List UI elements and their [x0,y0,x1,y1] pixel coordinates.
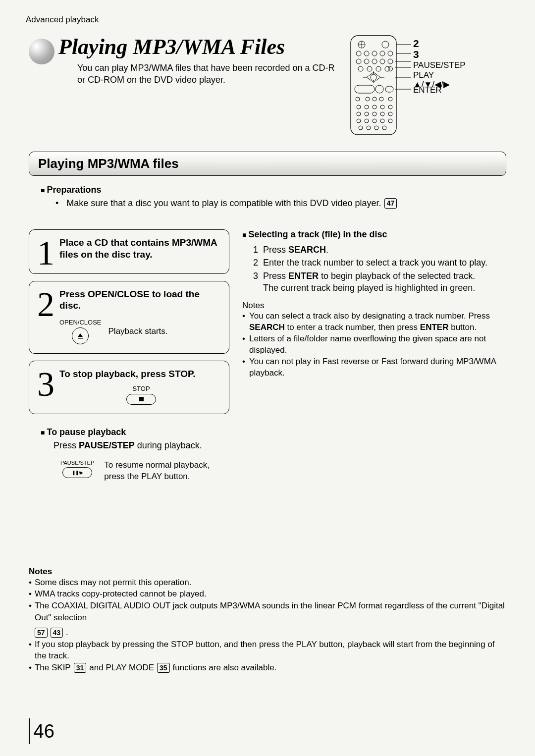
sel-step-1-post: . [326,245,328,255]
svg-point-44 [359,126,363,130]
sel-step-1-num: 1 [251,244,258,256]
step-1-number: 1 [37,242,54,265]
pageref-35: 35 [157,663,170,673]
svg-point-13 [380,59,385,64]
selecting-head: ■Selecting a track (file) in the disc [242,229,506,240]
svg-point-27 [379,97,383,101]
sel-step-3-extra: The current track being played is highli… [263,282,475,294]
svg-rect-23 [385,86,393,92]
svg-point-33 [388,105,392,109]
bottom-note-5-post: functions are also available. [173,662,277,674]
pause-body-post: during playback. [135,440,202,450]
svg-point-7 [380,51,385,56]
svg-point-10 [356,59,361,64]
callout-3: 3 [413,49,419,60]
breadcrumb: Advanced playback [26,15,506,25]
callout-2: 2 [413,38,419,50]
step-2-number: 2 [37,293,54,316]
sel-note-1-pre: You can select a track also by designati… [249,311,490,321]
page-number: 46 [29,718,54,744]
remote-diagram: 2 3 PAUSE/STEP PLAY ▲/▼/◀/▶ ENTER [348,33,506,139]
pageref-31: 31 [74,663,87,673]
sel-step-3-bold: ENTER [288,271,319,281]
svg-point-30 [365,105,369,109]
pause-step-label: PAUSE/STEP [60,460,94,466]
svg-point-37 [380,112,384,116]
svg-point-28 [388,97,392,101]
page-subtitle: You can play MP3/WMA files that have bee… [77,62,339,86]
svg-point-36 [373,112,376,116]
sel-step-3-post: to begin playback of the selected track. [319,271,475,281]
sel-step-2-text: Enter the track number to select a track… [263,257,487,269]
svg-point-32 [380,105,384,109]
step-1-box: 1 Place a CD that contains MP3/WMA files… [29,229,229,274]
svg-point-43 [388,119,392,123]
open-close-label: OPEN/CLOSE [59,319,102,326]
svg-point-16 [367,66,372,71]
bottom-note-3-post: . [66,627,68,639]
svg-point-4 [356,51,361,56]
sel-step-1-pre: Press [263,245,288,255]
sel-note-3: You can not play in Fast reverse or Fast… [249,356,506,379]
bottom-note-2: WMA tracks copy-protected cannot be play… [35,588,207,600]
preparations-head: ■Preparations [41,185,506,195]
svg-point-12 [372,59,377,64]
sel-note-1-b2: ENTER [420,323,449,332]
pause-step-button-icon: ❚❚/▶ [62,467,92,478]
step-3-number: 3 [37,373,54,396]
sel-note-2: Letters of a file/folder name overflowin… [249,333,506,356]
section-title-bar: Playing MP3/WMA files [29,152,506,176]
svg-point-29 [357,105,361,109]
svg-point-26 [373,97,376,101]
svg-point-17 [376,66,381,71]
page-title: Playing MP3/WMA Files [58,36,339,58]
svg-point-8 [388,51,393,56]
svg-point-14 [388,59,393,64]
svg-point-34 [357,112,361,116]
pageref-47: 47 [384,198,397,208]
pageref-57: 57 [35,628,48,638]
pause-resume-text: To resume normal playback, press the PLA… [104,460,229,483]
pause-body-pre: Press [54,440,79,450]
step-1-title: Place a CD that contains MP3/WMA files o… [59,237,220,261]
svg-point-45 [367,126,371,130]
svg-point-42 [380,119,384,123]
bottom-note-5-mid: and PLAY MODE [89,662,154,674]
svg-point-5 [364,51,369,56]
svg-point-47 [382,126,386,130]
sel-note-1-post: button. [448,323,477,332]
svg-point-40 [365,119,369,123]
sel-note-1-b1: SEARCH [249,323,285,332]
svg-point-35 [365,112,369,116]
bottom-note-3-pre: The COAXIAL DIGITAL AUDIO OUT jack outpu… [35,600,506,624]
svg-point-24 [356,97,360,101]
svg-point-2 [382,41,389,48]
sel-note-1-mid: to enter a track number, then press [285,323,420,332]
step-3-title: To stop playback, press STOP. [59,368,220,380]
sel-step-2-num: 2 [251,257,258,269]
callout-enter: ENTER [413,85,442,95]
svg-point-11 [364,59,369,64]
bottom-note-1: Some discs may not permit this operation… [35,577,192,589]
svg-point-6 [372,51,377,56]
svg-point-22 [375,85,383,93]
selecting-notes-head: Notes [242,301,506,311]
svg-point-25 [366,97,370,101]
sel-step-3-num: 3 [251,270,258,294]
bottom-notes-head: Notes [29,567,506,577]
svg-point-20 [371,74,376,80]
pause-body-bold: PAUSE/STEP [79,440,135,450]
stop-label: STOP [62,385,220,392]
sel-step-3-pre: Press [263,271,288,281]
svg-point-39 [357,119,361,123]
pageref-43: 43 [51,628,63,638]
callout-pause-step: PAUSE/STEP [413,60,466,70]
sel-step-1-bold: SEARCH [288,245,326,255]
svg-rect-21 [355,85,374,93]
stop-button-icon [126,394,156,405]
preparations-body: Make sure that a disc you want to play i… [66,198,381,209]
step-2-box: 2 Press OPEN/CLOSE to load the disc. OPE… [29,281,229,354]
title-sphere-icon [29,39,54,64]
step-2-title: Press OPEN/CLOSE to load the disc. [59,288,220,312]
svg-point-31 [373,105,376,109]
